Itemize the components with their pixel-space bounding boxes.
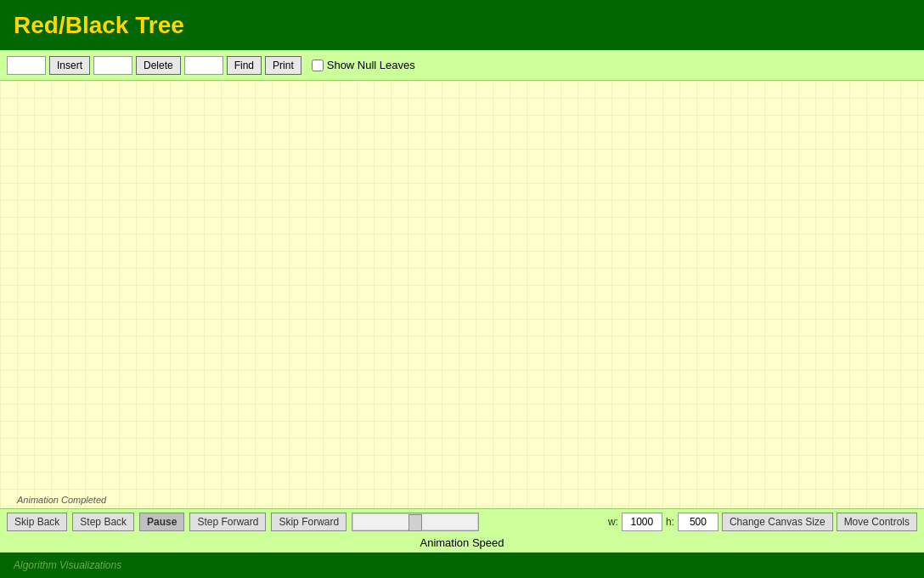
find-input[interactable]	[184, 56, 223, 75]
insert-input[interactable]	[7, 56, 46, 75]
show-null-leaves-text: Show Null Leaves	[327, 59, 415, 71]
move-controls-button[interactable]: Move Controls	[837, 513, 917, 531]
step-forward-button[interactable]: Step Forward	[189, 513, 266, 531]
show-null-leaves-label[interactable]: Show Null Leaves	[312, 59, 415, 71]
pause-button[interactable]: Pause	[139, 513, 184, 531]
height-input[interactable]	[678, 513, 718, 531]
step-back-button[interactable]: Step Back	[72, 513, 134, 531]
speed-slider[interactable]	[352, 513, 479, 531]
canvas-size-inputs: w: h: Change Canvas Size Move Controls	[608, 513, 917, 531]
insert-button[interactable]: Insert	[49, 56, 90, 75]
animation-status: Animation Completed	[17, 495, 106, 505]
footer-text: Algorithm Visualizations	[14, 559, 121, 571]
delete-input[interactable]	[93, 56, 132, 75]
page-title: Red/Black Tree	[14, 12, 184, 39]
animation-speed-label: Animation Speed	[7, 536, 917, 549]
height-label: h:	[666, 516, 674, 528]
find-button[interactable]: Find	[227, 56, 262, 75]
toolbar: Insert Delete Find Print Show Null Leave…	[0, 50, 924, 81]
bottom-controls: Skip Back Step Back Pause Step Forward S…	[7, 513, 917, 531]
width-label: w:	[608, 516, 618, 528]
bottom-bar: Skip Back Step Back Pause Step Forward S…	[0, 508, 924, 552]
print-button[interactable]: Print	[265, 56, 301, 75]
change-canvas-size-button[interactable]: Change Canvas Size	[722, 513, 833, 531]
show-null-leaves-checkbox[interactable]	[312, 60, 324, 71]
footer: Algorithm Visualizations	[0, 552, 924, 578]
delete-button[interactable]: Delete	[136, 56, 181, 75]
skip-back-button[interactable]: Skip Back	[7, 513, 67, 531]
skip-forward-button[interactable]: Skip Forward	[271, 513, 346, 531]
width-input[interactable]	[622, 513, 662, 531]
canvas-area: Animation Completed	[0, 81, 924, 508]
app-header: Red/Black Tree	[0, 0, 924, 50]
